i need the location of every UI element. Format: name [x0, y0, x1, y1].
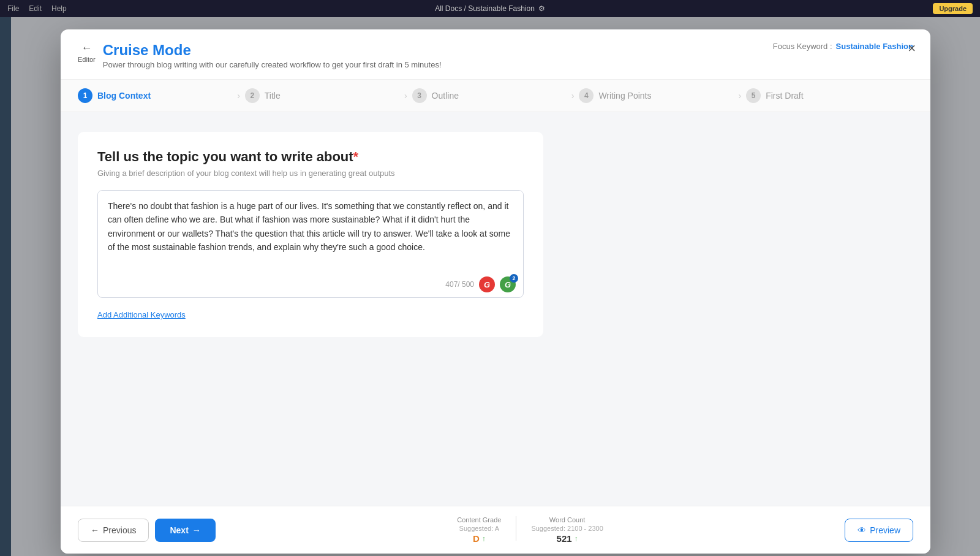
step-3-number: 3 [412, 88, 427, 103]
textarea-footer: 407/ 500 G G 2 [98, 273, 523, 297]
step-1-label: Blog Context [97, 91, 151, 101]
step-4-chevron: › [739, 91, 747, 101]
step-5-number: 5 [746, 88, 761, 103]
menu-edit[interactable]: Edit [29, 4, 42, 13]
step-writing-points[interactable]: 4 Writing Points › [579, 88, 746, 103]
word-count-up-arrow: ↑ [575, 535, 578, 543]
back-label: Editor [78, 56, 96, 63]
step-1-chevron: › [237, 91, 245, 101]
modal-footer: ← Previous Next → Content Grade Suggeste… [61, 506, 930, 554]
step-first-draft[interactable]: 5 First Draft [746, 88, 913, 103]
content-grade-label: Content Grade [457, 516, 501, 524]
next-label: Next [170, 525, 188, 535]
step-1-number: 1 [78, 88, 92, 103]
step-2-chevron: › [404, 91, 412, 101]
modal-header: ← Editor Cruise Mode Power through blog … [61, 29, 930, 80]
previous-button[interactable]: ← Previous [78, 519, 149, 542]
step-4-number: 4 [579, 88, 594, 103]
footer-metrics: Content Grade Suggested: A D ↑ Word Coun… [457, 516, 603, 544]
step-2-number: 2 [245, 88, 260, 103]
upgrade-button[interactable]: Upgrade [933, 3, 973, 14]
context-textarea-wrapper: 407/ 500 G G 2 [97, 190, 524, 298]
content-grade-metric: Content Grade Suggested: A D ↑ [457, 516, 501, 544]
char-count: 407/ 500 [445, 280, 474, 289]
modal-title: Cruise Mode [103, 42, 442, 59]
step-title[interactable]: 2 Title › [245, 88, 412, 103]
word-count-value: 521 ↑ [557, 533, 578, 544]
g1-icon[interactable]: G [479, 276, 495, 292]
modal-header-left: ← Editor Cruise Mode Power through blog … [78, 42, 442, 69]
content-grade-suggested: Suggested: A [459, 525, 499, 532]
focus-keyword-label: Focus Keyword : [773, 42, 832, 51]
g1-label: G [484, 280, 490, 289]
preview-label: Preview [870, 525, 900, 535]
form-subtitle: Giving a brief description of your blog … [97, 169, 524, 178]
top-bar: File Edit Help All Docs / Sustainable Fa… [0, 0, 980, 17]
settings-icon[interactable]: ⚙ [538, 4, 545, 13]
step-4-label: Writing Points [598, 91, 651, 101]
content-grade-value: D ↑ [473, 533, 486, 544]
grade-up-arrow: ↑ [482, 535, 486, 543]
menu-help[interactable]: Help [51, 4, 67, 13]
sidebar-hint [0, 17, 11, 556]
close-button[interactable]: × [905, 39, 918, 58]
next-arrow-icon: → [192, 525, 201, 535]
grade-letter: D [473, 533, 480, 544]
next-button[interactable]: Next → [155, 519, 215, 542]
step-blog-context[interactable]: 1 Blog Context › [78, 88, 245, 103]
step-outline[interactable]: 3 Outline › [412, 88, 579, 103]
step-3-chevron: › [571, 91, 579, 101]
modal-overlay: ← Editor Cruise Mode Power through blog … [11, 17, 980, 556]
focus-keyword-value: Sustainable Fashion [836, 42, 913, 51]
step-5-label: First Draft [766, 91, 803, 101]
context-textarea[interactable] [98, 191, 523, 270]
preview-button[interactable]: 👁 Preview [845, 519, 913, 542]
top-bar-right: Upgrade [933, 3, 973, 14]
content-card: Tell us the topic you want to write abou… [78, 132, 543, 337]
modal-title-block: Cruise Mode Power through blog writing w… [103, 42, 442, 69]
badge-count: 2 [510, 274, 518, 283]
prev-label: Previous [103, 525, 136, 535]
step-2-label: Title [265, 91, 281, 101]
modal-container: ← Editor Cruise Mode Power through blog … [61, 29, 930, 554]
modal-subtitle: Power through blog writing with our care… [103, 60, 442, 69]
steps-navigation: 1 Blog Context › 2 Title › 3 Outline › 4… [61, 80, 930, 112]
word-count-metric: Word Count Suggested: 2100 - 2300 521 ↑ [531, 516, 603, 544]
word-count-suggested: Suggested: 2100 - 2300 [531, 525, 603, 532]
top-bar-menu: File Edit Help [7, 4, 67, 13]
required-star: * [353, 149, 359, 164]
step-3-label: Outline [432, 91, 459, 101]
word-count-number: 521 [557, 533, 572, 544]
word-count-label: Word Count [549, 516, 586, 524]
g2-label: G [505, 280, 511, 289]
form-title: Tell us the topic you want to write abou… [97, 149, 524, 165]
back-arrow-icon: ← [81, 42, 92, 55]
focus-keyword-display: Focus Keyword : Sustainable Fashion [773, 42, 913, 51]
menu-file[interactable]: File [7, 4, 19, 13]
add-keywords-link[interactable]: Add Additional Keywords [97, 310, 186, 319]
footer-nav-buttons: ← Previous Next → [78, 519, 216, 542]
back-button[interactable]: ← Editor [78, 42, 96, 63]
breadcrumb: All Docs / Sustainable Fashion ⚙ [435, 4, 545, 13]
preview-icon: 👁 [858, 525, 866, 535]
metric-divider [516, 516, 516, 541]
modal-content: Tell us the topic you want to write abou… [61, 112, 930, 506]
g2-icon[interactable]: G 2 [500, 276, 516, 292]
prev-arrow-icon: ← [91, 525, 99, 535]
